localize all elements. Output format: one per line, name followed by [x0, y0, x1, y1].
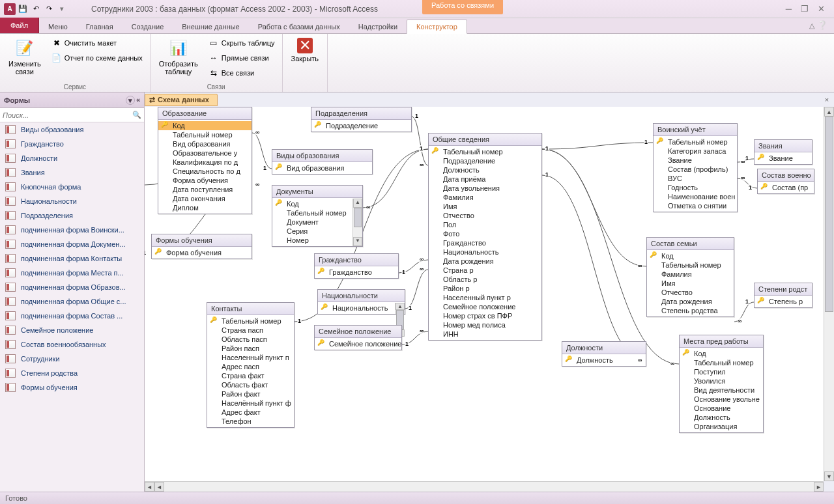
table-kinship[interactable]: Степени родстСтепень р [754, 283, 812, 308]
field[interactable]: Отчество [429, 211, 541, 220]
tab-create[interactable]: Создание [122, 20, 173, 33]
tab-addins[interactable]: Надстройки [349, 20, 407, 33]
table-milComp[interactable]: Состав военноСостав (пр [757, 169, 814, 194]
hide-table-button[interactable]: ▭Скрыть таблицу [205, 36, 278, 50]
field[interactable]: Вид образования [272, 163, 372, 173]
nav-item[interactable]: Состав военнообязанных [0, 337, 144, 352]
table-marital[interactable]: Семейное положениеСемейное положение [314, 325, 402, 350]
field[interactable]: Степень родства [647, 306, 734, 315]
field[interactable]: Отчество [647, 288, 734, 297]
field[interactable]: Имя [647, 279, 734, 288]
field[interactable]: Страна факт [207, 371, 294, 380]
field[interactable]: Страна пасп [207, 326, 294, 335]
field[interactable]: Вид деятельности [680, 385, 763, 395]
nav-header[interactable]: Формы ▾« [0, 92, 144, 108]
scroll-right-icon[interactable]: ► [814, 482, 824, 492]
table-general[interactable]: Общие сведенияТабельный номерПодразделен… [428, 133, 542, 341]
close-button[interactable]: ✕ Закрыть [287, 36, 323, 83]
field[interactable]: Область р [429, 275, 541, 284]
scroll-thumb[interactable] [825, 117, 833, 312]
field[interactable]: Семейное положение [429, 302, 541, 311]
field[interactable]: Фото [429, 229, 541, 238]
table-contacts[interactable]: КонтактыТабельный номерСтрана паспОбласт… [207, 302, 295, 428]
field[interactable]: Наименование воен [654, 192, 737, 201]
field[interactable]: Диплом [158, 203, 252, 212]
table-header[interactable]: Виды образования [272, 150, 372, 162]
field[interactable]: Специальность по д [158, 167, 252, 176]
field[interactable]: Форма обучения [158, 176, 252, 185]
field[interactable]: Отметка о снятии [654, 201, 737, 210]
tab-dbtools[interactable]: Работа с базами данных [249, 20, 349, 33]
document-close-icon[interactable]: × [822, 95, 831, 104]
table-header[interactable]: Воинский учёт [654, 124, 737, 136]
nav-item[interactable]: Должности [0, 151, 144, 165]
table-header[interactable]: Места пред работы [680, 335, 763, 348]
field[interactable]: Область факт [207, 380, 294, 389]
field[interactable]: Серия [272, 227, 362, 236]
nav-item[interactable]: Кнопочная форма [0, 180, 144, 194]
field[interactable]: Должность [562, 356, 646, 365]
tab-designer[interactable]: Конструктор [407, 20, 467, 34]
tab-external[interactable]: Внешние данные [173, 20, 248, 33]
table-docs[interactable]: ДокументыКодТабельный номерДокументСерия… [272, 185, 363, 247]
field[interactable]: ИНН [429, 329, 541, 339]
close-window-icon[interactable]: ✕ [818, 4, 825, 14]
tab-file[interactable]: Файл [0, 18, 39, 33]
field[interactable]: Подразделение [311, 121, 411, 130]
table-header[interactable]: Подразделения [311, 107, 411, 120]
search-input[interactable] [3, 111, 132, 119]
field[interactable]: Национальность [318, 303, 405, 313]
field[interactable]: Должность [680, 413, 763, 422]
field[interactable]: Дата рождения [429, 257, 541, 266]
nav-filter-dropdown-icon[interactable]: ▾ [126, 96, 135, 105]
save-icon[interactable]: 💾 [17, 3, 29, 15]
nav-item[interactable]: Степени родства [0, 366, 144, 380]
field[interactable]: Категория запаса [654, 147, 737, 156]
restore-icon[interactable]: ❐ [801, 4, 809, 14]
nav-item[interactable]: Национальности [0, 194, 144, 208]
field[interactable]: Район пасп [207, 344, 294, 353]
field[interactable]: Фамилия [647, 270, 734, 279]
table-eduForms[interactable]: Формы обученияФорма обучения [151, 234, 252, 259]
table-prevWork[interactable]: Места пред работыКодТабельный номерПосту… [679, 335, 764, 433]
field[interactable]: Район р [429, 284, 541, 293]
table-header[interactable]: Гражданство [315, 254, 398, 266]
nav-item[interactable]: Семейное положение [0, 323, 144, 337]
field[interactable]: Образовательное у [158, 148, 252, 158]
vertical-scrollbar[interactable]: ▲ ▼ [824, 107, 834, 481]
help-icon[interactable]: ❔ [817, 20, 827, 30]
scroll-left-icon[interactable]: ◄ [145, 482, 154, 492]
nav-collapse-icon[interactable]: « [136, 96, 140, 105]
scroll-up-icon[interactable]: ▲ [824, 107, 834, 117]
field[interactable]: Населенный пункт р [429, 293, 541, 302]
undo-icon[interactable]: ↶ [30, 3, 42, 15]
field[interactable]: Телефон [207, 417, 294, 426]
nav-item[interactable]: подчиненная форма Места п... [0, 266, 144, 280]
search-icon[interactable]: 🔍 [132, 111, 141, 119]
table-header[interactable]: Должности [562, 342, 646, 354]
field[interactable]: Табельный номер [272, 208, 362, 217]
field[interactable]: Дата окончания [158, 194, 252, 203]
nav-search[interactable]: 🔍 [0, 108, 144, 122]
field[interactable]: Семейное положение [315, 339, 401, 348]
field[interactable]: Населенный пункт п [207, 353, 294, 362]
table-family[interactable]: Состав семьиКодТабельный номерФамилияИмя… [646, 237, 734, 317]
table-positions[interactable]: ДолжностиДолжность [562, 341, 646, 367]
scroll-left2-icon[interactable]: ◄ [154, 482, 164, 492]
field[interactable]: Звание [755, 154, 812, 163]
direct-links-button[interactable]: ↔Прямые связи [205, 51, 278, 65]
all-links-button[interactable]: ⇆Все связи [205, 66, 278, 80]
field[interactable]: Должность [429, 165, 541, 175]
clear-layout-button[interactable]: ✖Очистить макет [48, 36, 146, 50]
field[interactable]: Табельный номер [654, 137, 737, 147]
table-citizenship[interactable]: ГражданствоГражданство [314, 253, 399, 279]
field[interactable]: Район факт [207, 389, 294, 399]
field[interactable]: Номер [272, 236, 362, 245]
field[interactable]: Табельный номер [158, 130, 252, 139]
relationships-canvas[interactable]: ОбразованиеКодТабельный номерВид образов… [145, 107, 824, 481]
nav-item[interactable]: подчиненная форма Воински... [0, 223, 144, 237]
field[interactable]: Организация [680, 422, 763, 431]
table-header[interactable]: Образование [158, 107, 252, 120]
field[interactable]: Область пасп [207, 335, 294, 344]
table-nationality[interactable]: НациональностиНациональность▲▼ [317, 289, 405, 315]
